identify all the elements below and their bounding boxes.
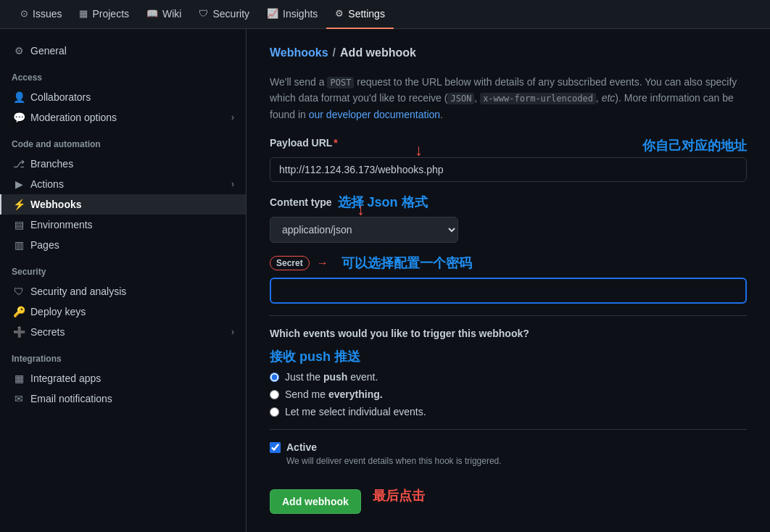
breadcrumb-webhooks-link[interactable]: Webhooks: [270, 46, 328, 59]
collaborators-icon: 👤: [13, 91, 25, 103]
json-arrow: ↑: [357, 204, 365, 220]
branches-icon: ⎇: [13, 158, 25, 170]
secret-input[interactable]: [270, 278, 747, 304]
event-push-radio[interactable]: [270, 373, 279, 382]
secret-annotation-text: 可以选择配置一个密码: [341, 254, 472, 272]
event-individual-option: Let me select individual events.: [270, 406, 747, 417]
nav-wiki[interactable]: 📖 Wiki: [138, 0, 190, 29]
payload-url-group: Payload URL * 你自己对应的地址 ↑: [270, 137, 747, 182]
sidebar-environments-label: Environments: [30, 219, 93, 230]
payload-url-input[interactable]: [270, 157, 747, 182]
issues-icon: ⊙: [20, 8, 28, 19]
sidebar-secrets-label: Secrets: [30, 326, 65, 338]
active-divider: [270, 429, 747, 430]
secret-annotation: →: [317, 257, 328, 270]
url-annotation: 你自己对应的地址: [642, 137, 747, 154]
main-layout: ⚙ General Access 👤 Collaborators 💬 Moder…: [0, 29, 770, 532]
sidebar-section-security: Security: [0, 255, 246, 281]
sidebar-item-branches[interactable]: ⎇ Branches: [0, 154, 246, 174]
secret-label-row: Secret → 可以选择配置一个密码: [270, 254, 747, 272]
sidebar-item-secrets[interactable]: ➕ Secrets ›: [0, 322, 246, 342]
active-row: Active: [270, 441, 747, 453]
payload-url-required: *: [334, 137, 337, 149]
breadcrumb-current: Add webhook: [340, 46, 416, 59]
sidebar-deploy-keys-label: Deploy keys: [30, 306, 86, 317]
nav-issues-label: Issues: [33, 8, 62, 20]
sidebar-integrated-apps-label: Integrated apps: [30, 373, 101, 384]
active-label: Active: [286, 441, 317, 453]
content-area: Webhooks / Add webhook We'll send a POST…: [247, 29, 770, 532]
nav-issues[interactable]: ⊙ Issues: [12, 0, 70, 29]
event-individual-radio[interactable]: [270, 407, 279, 417]
sidebar-security-analysis-label: Security and analysis: [30, 286, 126, 297]
sidebar-item-webhooks[interactable]: ⚡ Webhooks: [0, 194, 246, 215]
add-webhook-button[interactable]: Add webhook: [270, 489, 361, 514]
webhook-description: We'll send a POST request to the URL bel…: [270, 74, 747, 122]
nav-security-label: Security: [212, 8, 249, 20]
moderation-icon: 💬: [13, 112, 25, 123]
security-nav-icon: 🛡: [199, 8, 208, 19]
nav-insights[interactable]: 📈 Insights: [258, 0, 326, 29]
sidebar-item-pages[interactable]: ▥ Pages: [0, 235, 246, 255]
integrated-apps-icon: ▦: [13, 373, 25, 384]
post-code: POST: [327, 77, 354, 88]
breadcrumb: Webhooks / Add webhook: [270, 46, 747, 59]
content-type-label: Content type: [270, 196, 332, 208]
sidebar-item-moderation[interactable]: 💬 Moderation options ›: [0, 107, 246, 128]
urlencoded-code: x-www-form-urlencoded: [480, 93, 596, 104]
environments-icon: ▤: [13, 219, 25, 230]
active-checkbox[interactable]: [270, 442, 281, 453]
webhooks-icon: ⚡: [13, 199, 25, 210]
secrets-chevron: ›: [231, 327, 234, 337]
event-push-option: Just the push event.: [270, 371, 747, 383]
pages-icon: ▥: [13, 239, 25, 251]
sidebar-item-integrated-apps[interactable]: ▦ Integrated apps: [0, 368, 246, 388]
sidebar-section-code: Code and automation: [0, 128, 246, 154]
actions-chevron: ›: [231, 179, 234, 189]
payload-url-label: Payload URL: [270, 137, 332, 149]
event-everything-option: Send me everything.: [270, 388, 747, 400]
secrets-icon: ➕: [13, 326, 25, 338]
event-everything-label: Send me everything.: [285, 388, 383, 400]
event-push-label: Just the push event.: [285, 371, 378, 383]
sidebar-item-actions[interactable]: ▶ Actions ›: [0, 174, 246, 194]
sidebar-moderation-label: Moderation options: [30, 112, 117, 123]
nav-projects[interactable]: ▦ Projects: [70, 0, 138, 29]
sidebar: ⚙ General Access 👤 Collaborators 💬 Moder…: [0, 29, 247, 532]
event-everything-radio[interactable]: [270, 390, 279, 399]
sidebar-collaborators-label: Collaborators: [30, 91, 91, 103]
sidebar-section-access: Access: [0, 61, 246, 87]
sidebar-item-security-analysis[interactable]: 🛡 Security and analysis: [0, 281, 246, 302]
sidebar-webhooks-label: Webhooks: [30, 199, 82, 210]
nav-security[interactable]: 🛡 Security: [190, 0, 258, 29]
breadcrumb-separator: /: [333, 46, 336, 59]
content-type-group: Content type 选择 Json 格式 ↑ application/js…: [270, 194, 747, 243]
sidebar-section-integrations: Integrations: [0, 342, 246, 368]
json-code: JSON: [447, 93, 474, 104]
email-notifications-icon: ✉: [13, 393, 25, 404]
deploy-keys-icon: 🔑: [13, 306, 25, 317]
docs-link[interactable]: our developer documentation: [309, 109, 440, 120]
sidebar-item-collaborators[interactable]: 👤 Collaborators: [0, 87, 246, 107]
nav-projects-label: Projects: [92, 8, 129, 20]
settings-icon: ⚙: [335, 8, 344, 19]
url-arrow: ↑: [415, 144, 423, 160]
wiki-icon: 📖: [146, 8, 158, 19]
secret-badge: Secret: [270, 256, 310, 270]
sidebar-item-deploy-keys[interactable]: 🔑 Deploy keys: [0, 302, 246, 322]
sidebar-item-environments[interactable]: ▤ Environments: [0, 215, 246, 235]
sidebar-pages-label: Pages: [30, 239, 59, 251]
general-icon: ⚙: [13, 45, 25, 57]
security-analysis-icon: 🛡: [13, 286, 25, 297]
sidebar-branches-label: Branches: [30, 158, 73, 170]
sidebar-actions-label: Actions: [30, 178, 64, 190]
active-section: Active We will deliver event details whe…: [270, 441, 747, 466]
nav-settings-label: Settings: [348, 8, 385, 20]
sidebar-item-general[interactable]: ⚙ General: [0, 41, 246, 61]
nav-insights-label: Insights: [283, 8, 318, 20]
events-title: Which events would you like to trigger t…: [270, 328, 529, 339]
event-individual-label: Let me select individual events.: [285, 406, 426, 417]
final-annotation: 最后点击: [373, 487, 425, 504]
nav-settings[interactable]: ⚙ Settings: [326, 0, 394, 29]
sidebar-item-email-notifications[interactable]: ✉ Email notifications: [0, 388, 246, 409]
